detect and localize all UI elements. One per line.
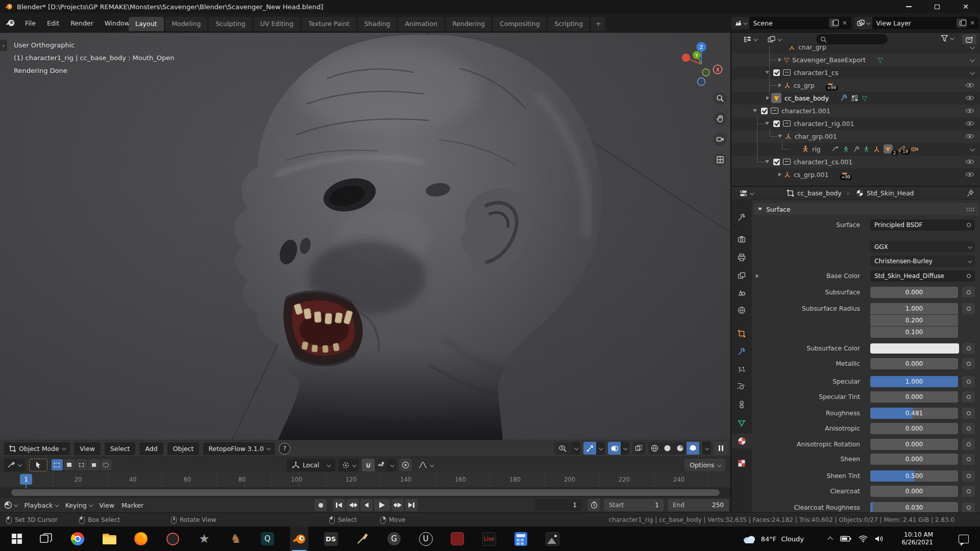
- expand-icon[interactable]: [778, 135, 782, 138]
- scrollbar-thumb[interactable]: [11, 489, 720, 496]
- notification-center-icon[interactable]: [959, 527, 969, 551]
- collection-checkbox[interactable]: [761, 108, 768, 114]
- taskbar-blender-icon[interactable]: [290, 527, 308, 551]
- subsurface-method-dropdown[interactable]: Christensen-Burley: [870, 256, 975, 267]
- outliner-row-cs-grp-001[interactable]: cs_grp.001 ▼ +99: [731, 168, 980, 181]
- new-collection-button[interactable]: [962, 34, 976, 44]
- node-socket-button[interactable]: [962, 486, 975, 497]
- tab-scene-icon[interactable]: [731, 285, 752, 300]
- tab-render-icon[interactable]: [731, 232, 752, 247]
- select-difference-icon[interactable]: [88, 459, 100, 470]
- view-layer-name-field[interactable]: View Layer ✕: [872, 17, 979, 29]
- breadcrumb-object[interactable]: cc_base_body: [787, 189, 842, 197]
- node-socket-button[interactable]: [962, 343, 975, 354]
- tab-scripting[interactable]: Scripting: [548, 17, 590, 31]
- tab-object-data-icon[interactable]: [731, 415, 752, 431]
- snap-with-icon[interactable]: [375, 459, 387, 471]
- current-frame-field[interactable]: 1: [535, 499, 582, 511]
- proportional-edit-toggle[interactable]: [399, 459, 412, 471]
- gizmo-toggle[interactable]: [583, 442, 596, 455]
- timeline-ruler[interactable]: 20 40 60 80 100 120 140 160 180 200 220 …: [0, 472, 730, 488]
- retopoflow-menu[interactable]: RetopoFlow 3.1.0: [203, 442, 275, 455]
- node-socket-button[interactable]: [962, 358, 975, 369]
- eye-icon[interactable]: [966, 107, 974, 115]
- collection-checkbox[interactable]: [773, 69, 780, 76]
- overlays-chevron-icon[interactable]: [621, 442, 629, 455]
- clearcoat-slider[interactable]: 0.000: [870, 486, 958, 497]
- outliner-row-character1-cs-001[interactable]: character1_cs.001: [731, 156, 980, 168]
- keying-menu[interactable]: Keying: [65, 502, 92, 509]
- taskbar-live-app-icon[interactable]: Live: [480, 527, 498, 551]
- shading-wireframe-icon[interactable]: [648, 442, 661, 455]
- taskbar-unreal-engine-icon[interactable]: U: [416, 527, 435, 551]
- tab-texture-paint[interactable]: Texture Paint: [302, 17, 356, 31]
- select-subtract-icon[interactable]: [76, 459, 87, 470]
- snap-chevron-icon[interactable]: [387, 459, 396, 471]
- view-menu[interactable]: View: [99, 502, 114, 509]
- jump-to-end-button[interactable]: [405, 499, 418, 511]
- anisotropic-rotation-slider[interactable]: 0.000: [870, 439, 958, 450]
- outliner-row-cs-grp[interactable]: cs_grp ▼ +99: [731, 79, 980, 92]
- playback-menu[interactable]: Playback: [24, 502, 58, 509]
- pin-icon[interactable]: [967, 189, 974, 197]
- tab-compositing[interactable]: Compositing: [493, 17, 546, 31]
- taskbar-photo-app-icon[interactable]: [543, 527, 561, 551]
- expand-icon[interactable]: [778, 58, 781, 62]
- tab-animation[interactable]: Animation: [398, 17, 444, 31]
- zoom-icon[interactable]: [714, 92, 727, 105]
- eye-icon[interactable]: [966, 81, 974, 89]
- tab-constraints-icon[interactable]: [731, 397, 752, 412]
- taskbar-red-app-icon[interactable]: [448, 527, 467, 551]
- outliner-row-cc-base-body[interactable]: ▼ cc_base_body ▽: [731, 92, 980, 105]
- surface-panel-header[interactable]: Surface: [754, 203, 979, 215]
- wifi-icon[interactable]: [859, 527, 868, 551]
- tab-object-icon[interactable]: [731, 326, 752, 341]
- snap-toggle[interactable]: [362, 459, 375, 471]
- tab-texture-icon[interactable]: [731, 456, 752, 471]
- tab-modeling[interactable]: Modeling: [165, 17, 208, 31]
- pan-hand-icon[interactable]: [714, 112, 727, 126]
- expand-icon[interactable]: [753, 109, 757, 112]
- breadcrumb-material[interactable]: Std_Skin_Head: [856, 189, 914, 197]
- taskbar-firefox-icon[interactable]: [132, 527, 150, 551]
- scene-unlink-icon[interactable]: ✕: [842, 19, 847, 27]
- navigation-gizmo[interactable]: Z Y X: [678, 40, 725, 87]
- tab-view-layer-icon[interactable]: [731, 268, 752, 283]
- base-color-texture-field[interactable]: Std_Skin_Head_Diffuse: [870, 270, 975, 282]
- roughness-slider[interactable]: 0.481: [870, 408, 958, 419]
- expand-icon[interactable]: [778, 83, 781, 87]
- tab-rendering[interactable]: Rendering: [446, 17, 492, 31]
- taskbar-file-explorer-icon[interactable]: [100, 527, 118, 551]
- collapse-icon[interactable]: [970, 69, 975, 74]
- frame-end-field[interactable]: End 250: [668, 499, 729, 511]
- shading-material-icon[interactable]: [674, 442, 687, 455]
- overlays-toggle[interactable]: [608, 442, 621, 455]
- tab-world-icon[interactable]: [731, 303, 752, 318]
- active-tool-select-button[interactable]: [29, 459, 47, 471]
- subsurface-slider[interactable]: 0.000: [870, 287, 958, 298]
- collapse-icon[interactable]: [970, 146, 975, 151]
- menu-add[interactable]: Add: [139, 442, 163, 455]
- menu-edit[interactable]: Edit: [42, 17, 64, 29]
- pivot-point-dropdown[interactable]: [338, 459, 359, 471]
- maximize-button[interactable]: [923, 0, 951, 13]
- taskbar-g-app-icon[interactable]: G: [385, 527, 403, 551]
- select-extend-icon[interactable]: [64, 459, 75, 470]
- minimize-button[interactable]: [894, 0, 923, 13]
- node-socket-button[interactable]: [962, 454, 975, 465]
- subsurface-color-swatch[interactable]: [870, 343, 959, 354]
- expand-icon[interactable]: [766, 96, 769, 100]
- properties-editor-type-dropdown[interactable]: [740, 190, 753, 197]
- tab-tool-icon[interactable]: [731, 210, 752, 225]
- surface-shader-field[interactable]: Principled BSDF: [870, 219, 975, 231]
- add-workspace-button[interactable]: +: [591, 17, 605, 31]
- view-layer-copy-button[interactable]: [957, 18, 967, 28]
- view-layer-remove-icon[interactable]: ✕: [970, 19, 975, 27]
- expand-icon[interactable]: [765, 71, 769, 74]
- help-icon[interactable]: ?: [279, 443, 290, 455]
- collapse-icon[interactable]: [970, 57, 975, 62]
- outliner-row-character1-001[interactable]: character1.001: [731, 105, 980, 117]
- select-intersect-icon[interactable]: [101, 459, 112, 470]
- blender-logo-icon[interactable]: [5, 19, 15, 27]
- node-socket-button[interactable]: [962, 376, 975, 387]
